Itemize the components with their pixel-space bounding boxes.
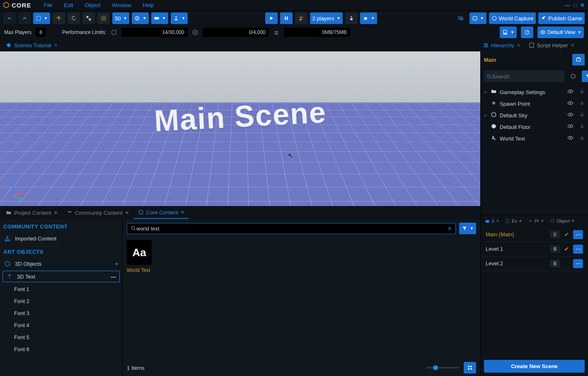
scene-row[interactable]: Main (Main)8✔⋯	[484, 228, 585, 242]
menu-file[interactable]: File	[38, 0, 58, 10]
redo-button[interactable]	[18, 12, 31, 24]
scene-check-icon[interactable]: ✔	[563, 246, 570, 252]
bot-settings-dropdown[interactable]: ▼	[360, 12, 377, 24]
lock-icon[interactable]	[579, 89, 585, 95]
rotate-tool-button[interactable]	[68, 12, 80, 24]
pause-button[interactable]	[280, 12, 293, 24]
select-mode-button[interactable]: ▼	[33, 12, 50, 24]
sidebar-font-4[interactable]: Font 4	[0, 319, 122, 331]
sidebar-font-3[interactable]: Font 3	[0, 307, 122, 319]
camera-dropdown[interactable]: ▼	[151, 12, 168, 24]
tab-core-content[interactable]: Core Content✕	[134, 207, 189, 219]
thumbnail-size-slider[interactable]	[426, 367, 460, 369]
close-icon[interactable]: ✕	[181, 210, 184, 215]
hierarchy-node[interactable]: ▷Default Sky	[481, 109, 588, 121]
scene-more-button[interactable]: ⋯	[573, 245, 583, 254]
close-icon[interactable]: ✕	[571, 43, 574, 48]
hierarchy-cube-button[interactable]	[567, 70, 579, 82]
close-icon[interactable]: ✕	[54, 43, 58, 48]
tab-scenes-tutorial[interactable]: Scenes Tutorial ✕	[2, 40, 62, 51]
expand-icon[interactable]: +	[115, 261, 118, 267]
players-dropdown[interactable]: 2 players▼	[310, 12, 343, 24]
content-search-box[interactable]: ✕	[127, 223, 456, 234]
undo-button[interactable]	[3, 12, 16, 24]
scene-check-icon[interactable]: ✔	[563, 231, 570, 238]
move-tool-button[interactable]	[53, 12, 65, 24]
terrain-dropdown[interactable]: ▼	[469, 12, 486, 24]
tab-hierarchy[interactable]: Hierarchy ✕	[479, 40, 525, 51]
menu-help[interactable]: Help	[137, 0, 160, 10]
viewport-3d[interactable]: Main Scene z x y ↖	[0, 51, 480, 206]
tab-project-content[interactable]: Project Content✕	[2, 207, 62, 218]
close-icon[interactable]: ✕	[517, 43, 520, 48]
scale-tool-button[interactable]	[82, 12, 95, 24]
sidebar-font-5[interactable]: Font 5	[0, 331, 122, 343]
lock-icon[interactable]	[579, 100, 585, 107]
asset-world-text[interactable]: Aa World Text	[127, 240, 153, 273]
save-dropdown[interactable]: ▼	[500, 27, 517, 38]
lock-icon[interactable]	[579, 124, 585, 130]
hierarchy-node[interactable]: ▷Gameplay Settings	[481, 86, 588, 98]
close-button[interactable]: ✕	[579, 2, 586, 8]
hierarchy-scene-button[interactable]	[572, 54, 585, 65]
close-icon[interactable]: ✕	[519, 219, 522, 223]
world-space-dropdown[interactable]: ▼	[132, 12, 149, 24]
screens-icon[interactable]	[455, 12, 467, 24]
close-icon[interactable]: ✕	[571, 219, 575, 223]
scene-more-button[interactable]: ⋯	[573, 230, 583, 239]
expand-icon[interactable]: ▷	[484, 90, 487, 94]
scene-row[interactable]: Level 28⋯	[484, 257, 585, 271]
visibility-icon[interactable]	[567, 112, 573, 119]
hierarchy-search-box[interactable]	[484, 70, 564, 82]
default-view-dropdown[interactable]: Default View▼	[537, 27, 584, 38]
visibility-icon[interactable]	[567, 123, 573, 131]
play-button[interactable]	[265, 12, 278, 24]
content-search-input[interactable]	[136, 226, 448, 232]
lock-icon[interactable]	[579, 135, 585, 142]
grid-snap-button[interactable]	[97, 12, 110, 24]
performance-button[interactable]	[521, 27, 533, 38]
close-icon[interactable]: ✕	[496, 219, 499, 223]
snap-value-dropdown[interactable]: 50▼	[112, 12, 129, 24]
filter-dropdown[interactable]: ▼	[459, 223, 476, 234]
visibility-icon[interactable]	[567, 88, 573, 96]
create-new-scene-button[interactable]: Create New Scene	[484, 360, 585, 373]
bot-button[interactable]	[345, 12, 358, 24]
close-icon[interactable]: ✕	[125, 210, 129, 216]
sidebar-font-6[interactable]: Font 6	[0, 343, 122, 355]
sidebar-3d-text[interactable]: 3D Text —	[2, 271, 120, 282]
sidebar-3d-objects[interactable]: 3D Objects +	[0, 257, 122, 270]
max-players-value[interactable]: 8	[36, 28, 46, 37]
close-icon[interactable]: ✕	[541, 219, 544, 223]
hierarchy-node[interactable]: Spawn Point	[481, 98, 588, 109]
scene-row[interactable]: Level 18✔⋯	[484, 242, 585, 257]
hierarchy-node[interactable]: AaWorld Text	[481, 133, 588, 144]
menu-edit[interactable]: Edit	[58, 0, 79, 10]
scene-more-button[interactable]: ⋯	[573, 259, 583, 268]
scenes-tab-object[interactable]: Object✕	[547, 217, 577, 225]
clear-search-icon[interactable]: ✕	[448, 226, 452, 232]
scenes-tab-ev[interactable]: Ev✕	[503, 217, 525, 225]
close-icon[interactable]: ✕	[54, 210, 58, 216]
scenes-tab-s[interactable]: S✕	[482, 217, 502, 225]
hierarchy-search-input[interactable]	[492, 73, 562, 80]
grid-view-button[interactable]	[464, 362, 476, 374]
sidebar-font-2[interactable]: Font 2	[0, 295, 122, 307]
expand-icon[interactable]: ▷	[484, 113, 487, 117]
lock-icon[interactable]	[579, 112, 585, 119]
maximize-button[interactable]: □	[573, 2, 578, 8]
sidebar-font-1[interactable]: Font 1	[0, 283, 122, 295]
hierarchy-node[interactable]: Default Floor	[481, 121, 588, 133]
menu-object[interactable]: Object	[79, 0, 106, 10]
publish-game-button[interactable]: Publish Game	[538, 12, 585, 24]
tab-community-content[interactable]: Community Content✕	[63, 207, 133, 218]
character-dropdown[interactable]: ▼	[171, 12, 188, 24]
collapse-icon[interactable]: —	[111, 274, 116, 280]
scenes-tab-pr[interactable]: Pr✕	[525, 217, 547, 225]
multiplayer-preview-button[interactable]	[295, 12, 307, 24]
sidebar-imported-content[interactable]: Imported Content	[0, 232, 122, 245]
minimize-button[interactable]: —	[564, 2, 571, 8]
menu-window[interactable]: Window	[106, 0, 137, 10]
tab-script-helper[interactable]: Script Helper ✕	[525, 40, 578, 51]
visibility-icon[interactable]	[567, 100, 573, 107]
